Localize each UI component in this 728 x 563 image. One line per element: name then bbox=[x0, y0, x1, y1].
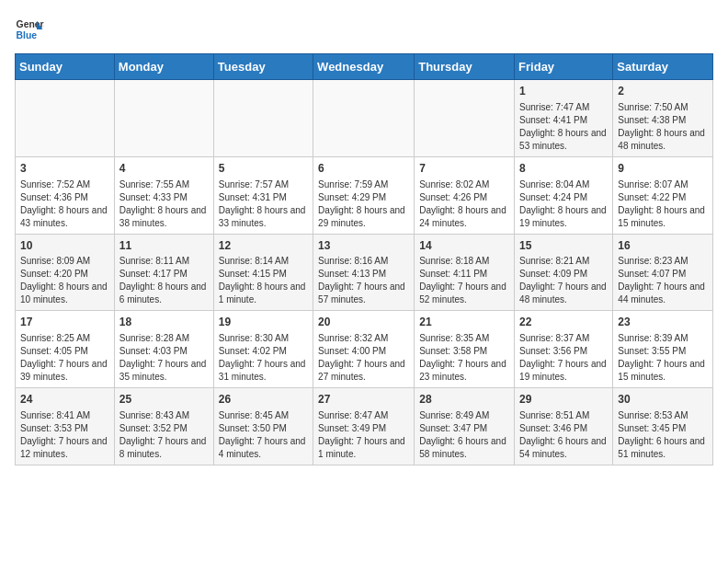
calendar-cell: 26Sunrise: 8:45 AMSunset: 3:50 PMDayligh… bbox=[213, 388, 313, 465]
day-info: Sunrise: 7:55 AMSunset: 4:33 PMDaylight:… bbox=[119, 178, 209, 230]
calendar-cell: 19Sunrise: 8:30 AMSunset: 4:02 PMDayligh… bbox=[213, 311, 313, 388]
day-info: Sunrise: 8:47 AMSunset: 3:49 PMDaylight:… bbox=[318, 409, 409, 461]
calendar-cell: 25Sunrise: 8:43 AMSunset: 3:52 PMDayligh… bbox=[114, 388, 213, 465]
weekday-header-friday: Friday bbox=[515, 54, 613, 80]
day-info: Sunrise: 8:41 AMSunset: 3:53 PMDaylight:… bbox=[20, 409, 109, 461]
day-info: Sunrise: 8:30 AMSunset: 4:02 PMDaylight:… bbox=[219, 332, 308, 384]
day-info: Sunrise: 8:21 AMSunset: 4:09 PMDaylight:… bbox=[519, 255, 608, 306]
calendar-cell: 11Sunrise: 8:11 AMSunset: 4:17 PMDayligh… bbox=[114, 234, 213, 311]
day-info: Sunrise: 7:59 AMSunset: 4:29 PMDaylight:… bbox=[318, 178, 409, 230]
calendar-cell bbox=[114, 80, 213, 157]
day-number: 7 bbox=[419, 161, 509, 177]
day-number: 12 bbox=[219, 238, 308, 254]
calendar-cell: 28Sunrise: 8:49 AMSunset: 3:47 PMDayligh… bbox=[415, 388, 515, 465]
logo: General Blue bbox=[15, 15, 44, 44]
day-number: 1 bbox=[519, 84, 608, 99]
day-number: 29 bbox=[519, 392, 608, 408]
calendar-cell: 5Sunrise: 7:57 AMSunset: 4:31 PMDaylight… bbox=[213, 156, 313, 234]
day-number: 11 bbox=[119, 238, 209, 254]
day-number: 10 bbox=[20, 238, 109, 254]
calendar-week-3: 10Sunrise: 8:09 AMSunset: 4:20 PMDayligh… bbox=[16, 234, 713, 311]
day-number: 6 bbox=[318, 161, 409, 177]
calendar-cell: 13Sunrise: 8:16 AMSunset: 4:13 PMDayligh… bbox=[313, 234, 415, 311]
day-number: 9 bbox=[618, 161, 708, 177]
calendar-cell: 29Sunrise: 8:51 AMSunset: 3:46 PMDayligh… bbox=[515, 388, 613, 465]
calendar-cell: 30Sunrise: 8:53 AMSunset: 3:45 PMDayligh… bbox=[613, 388, 713, 465]
day-info: Sunrise: 8:23 AMSunset: 4:07 PMDaylight:… bbox=[618, 255, 708, 306]
day-number: 14 bbox=[419, 238, 509, 254]
day-info: Sunrise: 8:49 AMSunset: 3:47 PMDaylight:… bbox=[419, 409, 509, 461]
calendar-cell: 8Sunrise: 8:04 AMSunset: 4:24 PMDaylight… bbox=[515, 156, 613, 234]
svg-text:Blue: Blue bbox=[17, 30, 38, 40]
calendar-cell: 20Sunrise: 8:32 AMSunset: 4:00 PMDayligh… bbox=[313, 311, 415, 388]
calendar-cell: 3Sunrise: 7:52 AMSunset: 4:36 PMDaylight… bbox=[16, 156, 115, 234]
day-number: 8 bbox=[519, 161, 608, 177]
calendar-cell: 21Sunrise: 8:35 AMSunset: 3:58 PMDayligh… bbox=[415, 311, 515, 388]
day-info: Sunrise: 8:09 AMSunset: 4:20 PMDaylight:… bbox=[20, 255, 109, 306]
calendar-cell: 27Sunrise: 8:47 AMSunset: 3:49 PMDayligh… bbox=[313, 388, 415, 465]
calendar-cell: 23Sunrise: 8:39 AMSunset: 3:55 PMDayligh… bbox=[613, 311, 713, 388]
day-info: Sunrise: 8:32 AMSunset: 4:00 PMDaylight:… bbox=[318, 332, 409, 384]
calendar-cell: 1Sunrise: 7:47 AMSunset: 4:41 PMDaylight… bbox=[515, 80, 613, 157]
weekday-header-thursday: Thursday bbox=[415, 54, 515, 80]
day-info: Sunrise: 8:43 AMSunset: 3:52 PMDaylight:… bbox=[119, 409, 209, 461]
day-info: Sunrise: 8:28 AMSunset: 4:03 PMDaylight:… bbox=[119, 332, 209, 384]
calendar-cell: 9Sunrise: 8:07 AMSunset: 4:22 PMDaylight… bbox=[613, 156, 713, 234]
day-number: 21 bbox=[419, 315, 509, 330]
calendar-cell bbox=[213, 80, 313, 157]
day-number: 15 bbox=[519, 238, 608, 254]
day-number: 22 bbox=[519, 315, 608, 330]
calendar-week-1: 1Sunrise: 7:47 AMSunset: 4:41 PMDaylight… bbox=[16, 80, 713, 157]
day-info: Sunrise: 8:37 AMSunset: 3:56 PMDaylight:… bbox=[519, 332, 608, 384]
day-number: 13 bbox=[318, 238, 409, 254]
day-info: Sunrise: 8:39 AMSunset: 3:55 PMDaylight:… bbox=[618, 332, 708, 384]
day-number: 3 bbox=[20, 161, 109, 177]
calendar-cell: 6Sunrise: 7:59 AMSunset: 4:29 PMDaylight… bbox=[313, 156, 415, 234]
calendar-table: SundayMondayTuesdayWednesdayThursdayFrid… bbox=[15, 53, 713, 465]
day-info: Sunrise: 8:16 AMSunset: 4:13 PMDaylight:… bbox=[318, 255, 409, 306]
calendar-cell: 12Sunrise: 8:14 AMSunset: 4:15 PMDayligh… bbox=[213, 234, 313, 311]
calendar-cell: 22Sunrise: 8:37 AMSunset: 3:56 PMDayligh… bbox=[515, 311, 613, 388]
day-info: Sunrise: 7:50 AMSunset: 4:38 PMDaylight:… bbox=[618, 101, 708, 153]
calendar-cell: 16Sunrise: 8:23 AMSunset: 4:07 PMDayligh… bbox=[613, 234, 713, 311]
calendar-cell: 10Sunrise: 8:09 AMSunset: 4:20 PMDayligh… bbox=[16, 234, 115, 311]
day-number: 24 bbox=[20, 392, 109, 408]
calendar-cell: 7Sunrise: 8:02 AMSunset: 4:26 PMDaylight… bbox=[415, 156, 515, 234]
day-number: 26 bbox=[219, 392, 308, 408]
calendar-week-4: 17Sunrise: 8:25 AMSunset: 4:05 PMDayligh… bbox=[16, 311, 713, 388]
calendar-cell: 17Sunrise: 8:25 AMSunset: 4:05 PMDayligh… bbox=[16, 311, 115, 388]
day-number: 17 bbox=[20, 315, 109, 330]
day-number: 20 bbox=[318, 315, 409, 330]
weekday-header-tuesday: Tuesday bbox=[213, 54, 313, 80]
day-number: 4 bbox=[119, 161, 209, 177]
day-info: Sunrise: 8:07 AMSunset: 4:22 PMDaylight:… bbox=[618, 178, 708, 230]
day-info: Sunrise: 8:25 AMSunset: 4:05 PMDaylight:… bbox=[20, 332, 109, 384]
day-info: Sunrise: 8:11 AMSunset: 4:17 PMDaylight:… bbox=[119, 255, 209, 306]
calendar-cell bbox=[313, 80, 415, 157]
weekday-header-row: SundayMondayTuesdayWednesdayThursdayFrid… bbox=[16, 54, 713, 80]
calendar-cell: 2Sunrise: 7:50 AMSunset: 4:38 PMDaylight… bbox=[613, 80, 713, 157]
calendar-cell: 24Sunrise: 8:41 AMSunset: 3:53 PMDayligh… bbox=[16, 388, 115, 465]
day-number: 30 bbox=[618, 392, 708, 408]
weekday-header-sunday: Sunday bbox=[16, 54, 115, 80]
day-info: Sunrise: 8:04 AMSunset: 4:24 PMDaylight:… bbox=[519, 178, 608, 230]
calendar-cell: 14Sunrise: 8:18 AMSunset: 4:11 PMDayligh… bbox=[415, 234, 515, 311]
day-number: 23 bbox=[618, 315, 708, 330]
day-info: Sunrise: 8:14 AMSunset: 4:15 PMDaylight:… bbox=[219, 255, 308, 306]
day-number: 16 bbox=[618, 238, 708, 254]
day-info: Sunrise: 8:18 AMSunset: 4:11 PMDaylight:… bbox=[419, 255, 509, 306]
day-number: 25 bbox=[119, 392, 209, 408]
day-number: 28 bbox=[419, 392, 509, 408]
day-number: 27 bbox=[318, 392, 409, 408]
calendar-cell bbox=[415, 80, 515, 157]
page-header: General Blue bbox=[15, 15, 713, 44]
calendar-week-2: 3Sunrise: 7:52 AMSunset: 4:36 PMDaylight… bbox=[16, 156, 713, 234]
weekday-header-saturday: Saturday bbox=[613, 54, 713, 80]
day-number: 18 bbox=[119, 315, 209, 330]
day-info: Sunrise: 8:45 AMSunset: 3:50 PMDaylight:… bbox=[219, 409, 308, 461]
day-number: 5 bbox=[219, 161, 308, 177]
day-info: Sunrise: 8:02 AMSunset: 4:26 PMDaylight:… bbox=[419, 178, 509, 230]
day-info: Sunrise: 8:53 AMSunset: 3:45 PMDaylight:… bbox=[618, 409, 708, 461]
day-info: Sunrise: 7:57 AMSunset: 4:31 PMDaylight:… bbox=[219, 178, 308, 230]
day-info: Sunrise: 8:35 AMSunset: 3:58 PMDaylight:… bbox=[419, 332, 509, 384]
